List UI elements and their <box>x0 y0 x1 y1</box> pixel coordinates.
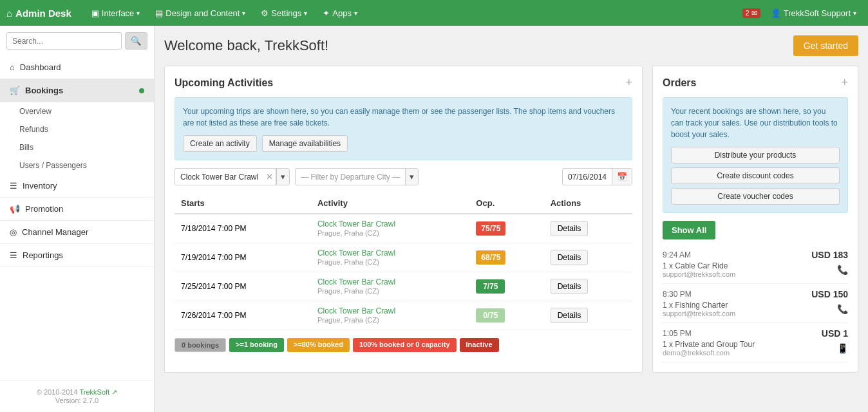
details-button[interactable]: Details <box>551 250 589 265</box>
details-button[interactable]: Details <box>551 308 589 323</box>
search-button[interactable]: 🔍 <box>125 32 147 50</box>
order-amount: USD 150 <box>811 289 848 299</box>
order-time: 1:05 PM <box>663 329 692 338</box>
sidebar-sub-overview[interactable]: Overview <box>0 102 154 120</box>
version: Version: 2.7.0 <box>8 397 146 404</box>
calendar-icon[interactable]: 📅 <box>612 169 632 185</box>
nav-interface[interactable]: ▣ Interface ▾ <box>86 0 146 26</box>
create-discount-codes-button[interactable]: Create discount codes <box>671 167 840 184</box>
activity-name-link[interactable]: Clock Tower Bar Crawl <box>317 277 395 286</box>
ocp-badge: 75/75 <box>476 221 505 236</box>
distribute-products-button[interactable]: Distribute your products <box>671 147 840 164</box>
activity-filter-arrow-icon[interactable]: ▾ <box>276 169 289 185</box>
orders-list: 9:24 AM USD 183 1 x Cable Car Ride suppo… <box>663 245 848 362</box>
activity-name-link[interactable]: Clock Tower Bar Crawl <box>317 306 395 315</box>
city-filter[interactable]: — Filter by Departure City — ▾ <box>295 168 419 185</box>
legend-item: 0 bookings <box>175 338 226 352</box>
activity-name-link[interactable]: Clock Tower Bar Crawl <box>317 248 395 258</box>
sidebar-search-area: 🔍 <box>0 26 154 56</box>
order-item: 1:05 PM USD 1 1 x Private and Group Tour… <box>663 323 848 362</box>
row-actions: Details <box>544 243 632 272</box>
create-voucher-codes-button[interactable]: Create voucher codes <box>671 188 840 205</box>
order-amount: USD 1 <box>822 328 848 339</box>
sidebar-item-bookings[interactable]: 🛒 Bookings <box>0 79 154 102</box>
activity-sub: Prague, Praha (CZ) <box>317 287 379 295</box>
add-activity-icon[interactable]: + <box>625 76 632 89</box>
upcoming-title: Upcoming Activities <box>175 77 273 89</box>
get-started-button[interactable]: Get started <box>793 35 858 56</box>
user-icon: 👤 <box>771 8 781 18</box>
bookings-dot <box>139 88 144 93</box>
row-starts: 7/25/2014 7:00 PM <box>175 272 311 301</box>
search-input[interactable] <box>6 32 122 50</box>
caret-icon4: ▾ <box>354 10 357 17</box>
caret-icon2: ▾ <box>242 10 245 17</box>
nav-design[interactable]: ▤ Design and Content ▾ <box>150 0 250 26</box>
order-row-detail: 1 x Fishing Charter support@trekksoft.co… <box>663 301 848 317</box>
nav-apps[interactable]: ✦ Apps ▾ <box>317 0 363 26</box>
mail-badge[interactable]: 2 ✉ <box>742 8 760 18</box>
star-icon: ✦ <box>323 8 330 18</box>
inventory-label: Inventory <box>23 181 57 191</box>
gear-icon: ⚙ <box>261 8 269 18</box>
report-icon: ☰ <box>10 250 17 260</box>
row-activity: Clock Tower Bar Crawl Prague, Praha (CZ) <box>311 272 469 301</box>
user-label: TrekkSoft Support <box>784 8 851 18</box>
details-button[interactable]: Details <box>551 279 589 294</box>
sidebar-item-reportings[interactable]: ☰ Reportings <box>0 244 154 267</box>
sidebar-item-dashboard[interactable]: ⌂ Dashboard <box>0 56 154 79</box>
sidebar-item-promotion[interactable]: 📢 Promotion <box>0 198 154 221</box>
promotion-label: Promotion <box>25 204 63 214</box>
layout-icon: ▤ <box>155 8 163 18</box>
sidebar-sub-users[interactable]: Users / Passengers <box>0 156 154 174</box>
activity-name-link[interactable]: Clock Tower Bar Crawl <box>317 220 395 229</box>
copyright: © 2010-2014 TrekkSoft ↗ <box>8 388 146 397</box>
orders-title: Orders <box>663 77 696 89</box>
clear-activity-filter-icon[interactable]: ✕ <box>263 169 276 185</box>
col-ocp: Ocp. <box>469 193 543 214</box>
sidebar-sub-refunds[interactable]: Refunds <box>0 120 154 138</box>
manage-availabilities-button[interactable]: Manage availabilities <box>262 135 348 152</box>
channel-label: Channel Manager <box>22 227 88 237</box>
create-activity-button[interactable]: Create an activity <box>183 135 257 152</box>
nav-apps-label: Apps <box>332 8 352 18</box>
phone-icon: 📞 <box>837 304 848 314</box>
upcoming-panel-header: Upcoming Activities + <box>175 76 632 89</box>
sidebar-item-channel-manager[interactable]: ◎ Channel Manager <box>0 221 154 244</box>
order-row-header: 9:24 AM USD 183 <box>663 250 848 260</box>
sidebar-sub-bills[interactable]: Bills <box>0 138 154 156</box>
trekksoft-link[interactable]: TrekkSoft ↗ <box>79 388 117 396</box>
orders-info-text: Your recent bookings are shown here, so … <box>671 107 838 139</box>
nav-settings[interactable]: ⚙ Settings ▾ <box>256 0 312 26</box>
row-ocp: 7/75 <box>469 272 543 301</box>
order-time: 9:24 AM <box>663 250 691 259</box>
phone-icon: 📞 <box>837 265 848 275</box>
table-row: 7/19/2014 7:00 PM Clock Tower Bar Crawl … <box>175 243 632 272</box>
sidebar-item-inventory[interactable]: ☰ Inventory <box>0 174 154 198</box>
sidebar: 🔍 ⌂ Dashboard 🛒 Bookings Overview Refund… <box>0 26 155 412</box>
row-activity: Clock Tower Bar Crawl Prague, Praha (CZ) <box>311 301 469 330</box>
nav-right: 2 ✉ 👤 TrekkSoft Support ▾ <box>742 8 862 18</box>
details-button[interactable]: Details <box>551 221 589 236</box>
order-row-header: 1:05 PM USD 1 <box>663 328 848 339</box>
orders-panel-header: Orders + <box>663 76 848 89</box>
row-ocp: 0/75 <box>469 301 543 330</box>
panels-row: Upcoming Activities + Your upcoming trip… <box>164 66 858 373</box>
row-activity: Clock Tower Bar Crawl Prague, Praha (CZ) <box>311 214 469 243</box>
activity-filter[interactable]: Clock Tower Bar Crawl ✕ ▾ <box>175 168 290 185</box>
bookings-submenu: Overview Refunds Bills Users / Passenger… <box>0 102 154 174</box>
channel-icon: ◎ <box>10 227 17 237</box>
upcoming-info-box: Your upcoming trips are shown here, so y… <box>175 97 632 160</box>
city-filter-arrow-icon[interactable]: ▾ <box>405 169 418 185</box>
row-ocp: 75/75 <box>469 214 543 243</box>
show-all-button[interactable]: Show All <box>663 221 715 239</box>
add-order-icon[interactable]: + <box>841 76 848 89</box>
monitor-icon: ▣ <box>91 8 99 18</box>
user-menu[interactable]: 👤 TrekkSoft Support ▾ <box>766 8 862 18</box>
col-actions: Actions <box>544 193 632 214</box>
table-row: 7/18/2014 7:00 PM Clock Tower Bar Crawl … <box>175 214 632 243</box>
order-item: 8:30 PM USD 150 1 x Fishing Charter supp… <box>663 284 848 323</box>
date-filter[interactable]: 07/16/2014 📅 <box>562 168 632 185</box>
nav-interface-label: Interface <box>102 8 135 18</box>
row-starts: 7/18/2014 7:00 PM <box>175 214 311 243</box>
